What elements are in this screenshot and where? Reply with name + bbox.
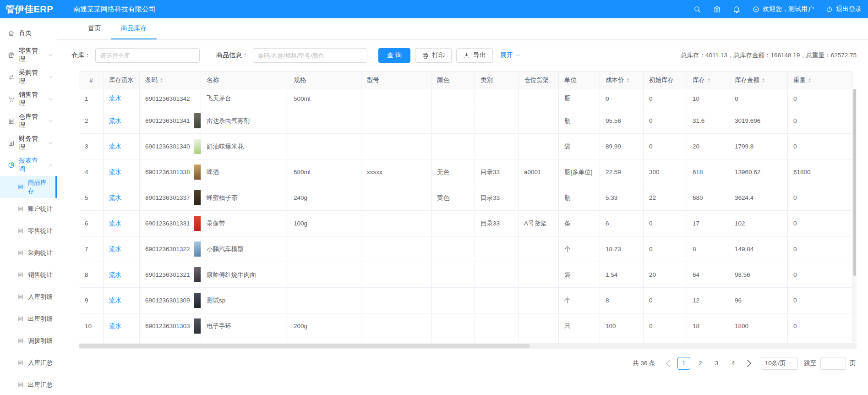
sidebar-item-retail-stats[interactable]: 零售统计: [0, 220, 57, 242]
sidebar-item-finance-mgmt[interactable]: 财务管理: [0, 132, 57, 154]
prev-page-button[interactable]: [663, 357, 674, 370]
sidebar-item-label: 销售统计: [28, 271, 53, 279]
header-actions: 欢迎您，测试用户 退出登录: [693, 5, 868, 13]
stock-flow-link[interactable]: 流水: [109, 246, 121, 252]
cell-barcode: 6901236301303: [140, 313, 201, 339]
page-1[interactable]: 1: [677, 357, 690, 370]
stock-flow-link[interactable]: 流水: [109, 143, 121, 150]
total-count: 共 36 条: [633, 359, 655, 368]
cell-spec: [288, 134, 361, 159]
stock-flow-link[interactable]: 流水: [109, 169, 121, 176]
column-header-weight[interactable]: 重量▲▼: [788, 71, 853, 89]
column-header-stock[interactable]: 库存▲▼: [687, 71, 729, 89]
page-4[interactable]: 4: [727, 357, 740, 370]
sidebar: 首页零售管理采购管理销售管理仓库管理财务管理报表查询商品库存账户统计零售统计采购…: [0, 18, 57, 395]
product-thumbnail[interactable]: [194, 113, 201, 128]
sort-caret-icon[interactable]: ▲▼: [707, 77, 710, 83]
horizontal-scrollbar[interactable]: [79, 343, 857, 349]
column-header-barcode[interactable]: 条码▲▼: [140, 71, 201, 89]
logout-button[interactable]: 退出登录: [826, 5, 862, 13]
sidebar-item-inbound-summary[interactable]: 入库汇总: [0, 352, 57, 374]
sidebar-item-label: 入库明细: [28, 293, 53, 301]
sidebar-item-warehouse-mgmt[interactable]: 仓库管理: [0, 110, 57, 132]
export-button[interactable]: 导出: [456, 48, 493, 63]
barcode-value: 6901236301338: [145, 169, 190, 176]
user-menu[interactable]: 欢迎您，测试用户: [753, 5, 814, 13]
sidebar-item-purchase-mgmt[interactable]: 采购管理: [0, 66, 57, 88]
warehouse-select[interactable]: [95, 48, 200, 63]
product-thumbnail[interactable]: [194, 267, 201, 282]
sort-caret-icon[interactable]: ▲▼: [627, 77, 630, 83]
product-thumbnail[interactable]: [194, 241, 201, 257]
sidebar-item-outbound-detail[interactable]: 出库明细: [0, 308, 57, 330]
tab-bar: 首页商品库存: [57, 18, 868, 40]
column-header-cost[interactable]: 成本价▲▼: [600, 71, 644, 89]
stock-flow-link[interactable]: 流水: [109, 194, 121, 201]
product-thumbnail[interactable]: [194, 190, 201, 205]
horizontal-scrollbar-thumb[interactable]: [79, 344, 530, 348]
column-header-stock_amount[interactable]: 库存金额▲▼: [729, 71, 788, 89]
product-thumbnail[interactable]: [194, 216, 201, 231]
search-button[interactable]: 查 询: [378, 48, 410, 63]
cell-flow: 流水: [104, 108, 140, 134]
search-icon[interactable]: [693, 5, 701, 13]
cell-init_stock: 0: [644, 89, 687, 108]
money-icon: [8, 140, 15, 147]
stock-flow-link[interactable]: 流水: [109, 117, 121, 124]
sidebar-item-goods-stock[interactable]: 商品库存: [0, 176, 57, 198]
vertical-scrollbar-thumb[interactable]: [853, 89, 856, 276]
cell-init_stock: 20: [644, 262, 687, 288]
stock-flow-link[interactable]: 流水: [109, 220, 121, 227]
print-button[interactable]: 打印: [415, 48, 452, 63]
page-2[interactable]: 2: [694, 357, 707, 370]
sort-caret-icon[interactable]: ▲▼: [808, 77, 811, 83]
cell-color: [431, 262, 475, 288]
sidebar-item-report-query[interactable]: 报表查询: [0, 154, 57, 176]
cell-unit: 条: [559, 211, 600, 236]
list-icon: [17, 338, 24, 344]
sort-caret-icon[interactable]: ▲▼: [160, 77, 163, 83]
cell-unit: 瓶: [559, 89, 600, 108]
cart-icon: [8, 96, 15, 103]
sidebar-item-sales-stats[interactable]: 销售统计: [0, 264, 57, 286]
bank-icon[interactable]: [713, 5, 721, 13]
expand-toggle[interactable]: 展开: [500, 51, 520, 60]
sidebar-item-sales-mgmt[interactable]: 销售管理: [0, 88, 57, 110]
sidebar-item-retail-mgmt[interactable]: 零售管理: [0, 44, 57, 66]
cell-init_stock: 0: [644, 211, 687, 236]
welcome-text: 欢迎您，测试用户: [763, 5, 814, 13]
cell-index: 5: [79, 185, 104, 211]
jump-page-input[interactable]: [820, 357, 846, 370]
cell-cost: 8: [600, 288, 644, 313]
sidebar-item-outbound-summary[interactable]: 出库汇总: [0, 374, 57, 395]
product-thumbnail[interactable]: [194, 318, 201, 334]
expand-label: 展开: [500, 51, 513, 60]
product-thumbnail[interactable]: [194, 139, 201, 154]
sidebar-item-transfer-detail[interactable]: 调拨明细: [0, 330, 57, 352]
cell-spec: 100g: [288, 211, 361, 236]
sidebar-item-label: 零售统计: [28, 227, 53, 235]
page-size-select[interactable]: 10条/页: [761, 357, 798, 370]
next-page-button[interactable]: [743, 357, 754, 370]
tab-goods-stock[interactable]: 商品库存: [111, 18, 157, 39]
tab-home[interactable]: 首页: [78, 18, 111, 39]
page-3[interactable]: 3: [710, 357, 723, 370]
list-icon: [17, 250, 24, 256]
stock-flow-link[interactable]: 流水: [109, 271, 121, 278]
sidebar-item-account-stats[interactable]: 账户统计: [0, 198, 57, 220]
sort-caret-icon[interactable]: ▲▼: [762, 77, 765, 83]
sidebar-item-purchase-stats[interactable]: 采购统计: [0, 242, 57, 264]
inventory-table: #库存流水条码▲▼名称规格型号颜色类别仓位货架单位成本价▲▼初始库存库存▲▼库存…: [79, 71, 853, 343]
product-info-input[interactable]: [253, 48, 367, 63]
product-thumbnail[interactable]: [194, 293, 201, 308]
column-label: 成本价: [606, 76, 624, 84]
stock-flow-link[interactable]: 流水: [109, 323, 121, 329]
sidebar-item-inbound-detail[interactable]: 入库明细: [0, 286, 57, 308]
bell-icon[interactable]: [733, 5, 741, 13]
vertical-scrollbar[interactable]: [853, 89, 857, 342]
stock-flow-link[interactable]: 流水: [109, 297, 121, 304]
product-thumbnail[interactable]: [194, 165, 201, 180]
sidebar-item-home[interactable]: 首页: [0, 22, 57, 44]
barcode-value: 6901236301322: [145, 246, 190, 252]
stock-flow-link[interactable]: 流水: [109, 95, 121, 102]
